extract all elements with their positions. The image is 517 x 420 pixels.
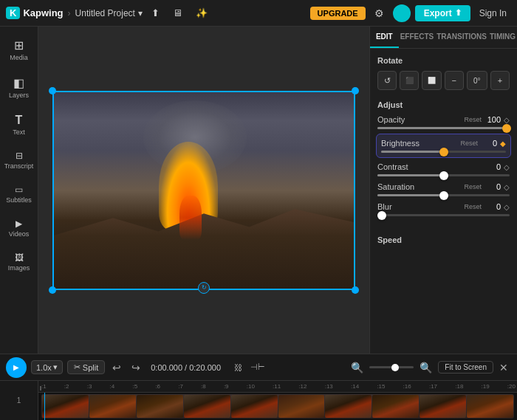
opacity-slider[interactable]: [377, 127, 510, 129]
ruler-mark-7: :7: [178, 383, 183, 390]
timeline-track-labels: 1: [0, 381, 38, 420]
timeline-ruler: :1 :2 :3 :4 :5 :6 :7 :8 :9 :10 :11 :12 :…: [38, 381, 517, 393]
text-icon: T: [16, 114, 23, 127]
brightness-slider[interactable]: [381, 151, 506, 153]
contrast-thumb[interactable]: [439, 171, 448, 180]
brightness-row: Brightness Reset 0 ◆: [376, 134, 511, 158]
sidebar-label-transcript: Transcript: [4, 162, 34, 170]
strip-thumb-7: [325, 395, 372, 418]
brightness-thumb[interactable]: [439, 148, 448, 156]
strip-thumb-9: [420, 395, 466, 418]
export-icon: ⬆: [455, 8, 462, 18]
tab-edit[interactable]: EDIT: [370, 27, 399, 48]
zoom-thumb[interactable]: [391, 364, 399, 371]
sidebar-item-subtitles[interactable]: ▭ Subtitles: [2, 179, 36, 210]
brightness-reset[interactable]: Reset: [460, 140, 478, 147]
export-button[interactable]: Export ⬆: [415, 5, 470, 21]
undo-button[interactable]: ↩: [109, 360, 124, 375]
tab-effects[interactable]: EFFECTS: [399, 27, 436, 48]
strip-thumb-3: [137, 395, 183, 418]
blur-track: [377, 214, 510, 216]
opacity-keyframe[interactable]: ◇: [504, 116, 510, 124]
rotate-controls: ↺ ⬛ ⬜ − 0° +: [377, 71, 510, 90]
blur-slider[interactable]: [377, 214, 510, 216]
contrast-slider[interactable]: [377, 174, 510, 176]
plus-btn[interactable]: +: [490, 71, 510, 90]
sidebar-item-images[interactable]: 🖼 Images: [2, 247, 36, 278]
play-button[interactable]: ▶: [6, 357, 27, 378]
speed-section: Speed: [370, 230, 517, 256]
sidebar-item-text[interactable]: T Text: [2, 108, 36, 142]
opacity-thumb[interactable]: [502, 124, 511, 133]
timeline-link-btn[interactable]: ⛓: [231, 362, 245, 373]
video-timeline-track[interactable]: [38, 393, 517, 420]
brightness-track: [381, 151, 506, 153]
video-canvas: [52, 91, 355, 290]
magic-icon-btn[interactable]: ✨: [191, 5, 212, 21]
redo-button[interactable]: ↪: [129, 360, 143, 375]
fit-to-screen-btn[interactable]: Fit to Screen: [438, 361, 493, 373]
saturation-thumb[interactable]: [439, 191, 448, 200]
sidebar: ⊞ Media ◧ Layers T Text ⊟ Transcript ▭ S…: [0, 27, 38, 354]
handle-top-right[interactable]: [352, 87, 359, 94]
sidebar-item-media[interactable]: ⊞ Media: [2, 32, 36, 67]
zoom-out-btn[interactable]: 🔍: [348, 360, 366, 375]
angle-display: 0°: [467, 71, 487, 90]
canvas-frame[interactable]: ↻: [52, 91, 355, 290]
videos-icon: ▶: [16, 218, 22, 229]
saturation-reset[interactable]: Reset: [464, 183, 482, 190]
handle-bottom-left[interactable]: [49, 286, 56, 294]
rotate-ccw-btn[interactable]: ↺: [377, 71, 397, 90]
tab-timing[interactable]: TIMING: [488, 27, 517, 48]
subtitles-icon: ▭: [15, 185, 23, 195]
timeline-split-btn[interactable]: ⊣⊢: [247, 361, 268, 373]
saturation-slider[interactable]: [377, 194, 510, 196]
canvas-area: ↻: [38, 27, 369, 354]
desktop-icon-btn[interactable]: 🖥: [168, 5, 187, 21]
saturation-keyframe[interactable]: ◇: [504, 183, 510, 191]
user-avatar[interactable]: [393, 4, 411, 22]
contrast-keyframe[interactable]: ◇: [504, 163, 510, 171]
handle-bottom-right[interactable]: [352, 286, 359, 294]
signin-button[interactable]: Sign In: [475, 8, 511, 18]
handle-top-left[interactable]: [49, 87, 56, 94]
bottom-toolbar: ▶ 1.0x ▾ ✂ Split ↩ ↪ 0:00.000 / 0:20.000…: [0, 354, 517, 380]
strip-thumb-5: [231, 395, 278, 418]
opacity-reset[interactable]: Reset: [464, 116, 482, 123]
sidebar-item-videos[interactable]: ▶ Videos: [2, 213, 36, 244]
flip-h-btn[interactable]: ⬛: [400, 71, 419, 90]
playhead[interactable]: [44, 393, 45, 420]
timecode-display: 0:00.000 / 0:20.000: [148, 363, 224, 372]
project-name[interactable]: Untitled Project ▾: [75, 8, 143, 18]
ruler-mark-1: :1: [41, 383, 47, 390]
upgrade-button[interactable]: UPGRADE: [310, 7, 366, 20]
sidebar-item-layers[interactable]: ◧ Layers: [2, 70, 36, 105]
contrast-row: Contrast 0 ◇: [377, 162, 510, 176]
brightness-keyframe[interactable]: ◆: [500, 140, 506, 148]
tab-transitions[interactable]: TRANSITIONS: [435, 27, 488, 48]
rotate-section: Rotate ↺ ⬛ ⬜ − 0° +: [370, 49, 517, 97]
split-button[interactable]: ✂ Split: [67, 360, 105, 374]
sidebar-label-videos: Videos: [9, 230, 29, 238]
flip-v-btn[interactable]: ⬜: [422, 71, 441, 90]
blur-label: Blur: [377, 202, 392, 211]
blur-thumb[interactable]: [377, 211, 386, 220]
speed-selector[interactable]: 1.0x ▾: [31, 360, 63, 374]
handle-bottom-center[interactable]: ↻: [198, 282, 210, 294]
lava-flow: [179, 196, 202, 240]
zoom-slider[interactable]: [369, 366, 414, 368]
opacity-fill: [377, 127, 507, 129]
zoom-in-btn[interactable]: 🔍: [417, 360, 435, 375]
timeline-nav-controls: ⛓ ⊣⊢: [231, 361, 268, 373]
settings-button[interactable]: ⚙: [370, 5, 388, 21]
saturation-track: [377, 194, 510, 196]
project-title: Untitled Project: [75, 8, 135, 18]
close-timeline-btn[interactable]: ✕: [496, 360, 511, 375]
blur-keyframe[interactable]: ◇: [504, 203, 510, 211]
sidebar-item-transcript[interactable]: ⊟ Transcript: [2, 145, 36, 176]
minus-btn[interactable]: −: [445, 71, 464, 90]
layers-icon: ◧: [13, 76, 24, 90]
upload-icon-btn[interactable]: ⬆: [147, 5, 164, 21]
ruler-mark-17: :17: [429, 383, 437, 390]
blur-reset[interactable]: Reset: [464, 203, 482, 210]
